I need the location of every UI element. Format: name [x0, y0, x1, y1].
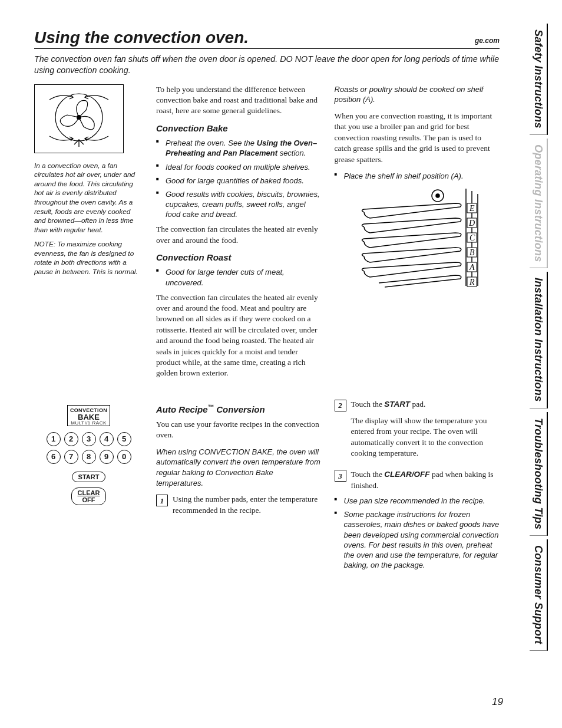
body-columns: To help you understand the difference be… — [156, 84, 500, 379]
key-7: 7 — [64, 450, 78, 464]
step-2-detail: The display will show the temperature yo… — [351, 416, 500, 459]
title-text: Using the convection oven. — [34, 28, 249, 47]
sidebar: In a convection oven, a fan circulates h… — [34, 84, 143, 379]
heading-auto-recipe: Auto Recipe™ Conversion — [156, 403, 322, 416]
shelf-bullet: Place the shelf in shelf position (A). — [335, 171, 500, 181]
url-label: ge.com — [475, 37, 500, 45]
svg-text:R: R — [469, 278, 475, 286]
key-4: 4 — [100, 432, 114, 446]
heading-convection-bake: Convection Bake — [156, 123, 322, 134]
bake-description: The convection fan circulates the heated… — [156, 224, 322, 246]
sidebar-caption-1: In a convection oven, a fan circulates h… — [34, 162, 143, 235]
page-number: 19 — [492, 696, 503, 708]
roast-bullet-1: Good for large tender cuts of meat, unco… — [156, 267, 322, 287]
step-2-icon: 2 — [335, 400, 346, 411]
fan-illustration — [34, 84, 124, 153]
step-2: 2 Touch the START pad. The display will … — [335, 399, 500, 465]
step-1-icon: 1 — [156, 495, 168, 506]
ar-bullet-1: Use pan size recommended in the recipe. — [335, 496, 500, 506]
step-1-text: Using the number pads, enter the tempera… — [173, 494, 322, 516]
key-9: 9 — [100, 450, 114, 464]
heading-convection-roast: Convection Roast — [156, 252, 322, 263]
roast-description: The convection fan circulates the heated… — [156, 292, 322, 379]
roast-pan-note: When you are convection roasting, it is … — [335, 111, 500, 165]
roast-shelf-note: Roasts or poultry should be cooked on sh… — [335, 84, 500, 105]
auto-recipe-body: Auto Recipe™ Conversion You can use your… — [156, 399, 500, 571]
bake-bullet-3: Good for large quantities of baked foods… — [156, 176, 322, 186]
intro-warning: The convection oven fan shuts off when t… — [34, 54, 500, 76]
key-3: 3 — [82, 432, 96, 446]
svg-point-7 — [436, 194, 439, 197]
key-2: 2 — [64, 432, 78, 446]
tab-safety[interactable]: Safety Instructions — [530, 24, 548, 135]
ar-p2: When using CONVECTION BAKE, the oven wil… — [156, 447, 322, 489]
tab-consumer[interactable]: Consumer Support — [530, 539, 548, 651]
number-pad: 1 2 3 4 5 6 7 8 9 0 — [34, 432, 143, 464]
bake-bullet-4: Good results with cookies, biscuits, bro… — [156, 189, 322, 219]
clear-off-button-illus: CLEAR OFF — [71, 487, 107, 505]
svg-text:C: C — [470, 233, 475, 242]
convection-bake-button: CONVECTION BAKE MULTI/1 RACK — [67, 405, 110, 426]
svg-point-1 — [77, 115, 81, 120]
step-1: 1 Using the number pads, enter the tempe… — [156, 494, 322, 516]
step-2-text: Touch the START pad. — [351, 399, 500, 410]
key-0: 0 — [117, 450, 131, 464]
step-3-icon: 3 — [335, 470, 346, 482]
ar-bullet-2: Some package instructions for frozen cas… — [335, 509, 500, 570]
body-intro: To help you understand the difference be… — [156, 84, 322, 117]
page-title: Using the convection oven. ge.com — [34, 28, 500, 49]
bake-bullet-1: Preheat the oven. See the Using the Oven… — [156, 138, 322, 158]
tab-troubleshooting[interactable]: Troubleshooting Tips — [530, 412, 548, 536]
ar-p1: You can use your favorite recipes in the… — [156, 419, 322, 441]
svg-text:A: A — [469, 263, 475, 272]
shelf-illustration: E D C B A R — [349, 186, 485, 292]
start-button-illus: START — [72, 472, 106, 482]
tab-operating[interactable]: Operating Instructions — [530, 139, 548, 269]
key-1: 1 — [47, 432, 61, 446]
bake-bullet-2: Ideal for foods cooked on multiple shelv… — [156, 162, 322, 172]
svg-text:E: E — [469, 204, 475, 213]
step-3-text: Touch the CLEAR/OFF pad when baking is f… — [351, 469, 500, 491]
control-panel-illustration: CONVECTION BAKE MULTI/1 RACK 1 2 3 4 5 6… — [34, 399, 143, 571]
svg-text:D: D — [468, 219, 475, 228]
key-6: 6 — [47, 450, 61, 464]
svg-text:B: B — [470, 248, 475, 257]
side-tabs: Safety Instructions Operating Instructio… — [530, 24, 548, 651]
key-8: 8 — [82, 450, 96, 464]
tab-installation[interactable]: Installation Instructions — [530, 272, 548, 409]
sidebar-caption-2: NOTE: To maximize cooking evenness, the … — [34, 240, 143, 276]
key-5: 5 — [117, 432, 131, 446]
step-3: 3 Touch the CLEAR/OFF pad when baking is… — [335, 469, 500, 491]
